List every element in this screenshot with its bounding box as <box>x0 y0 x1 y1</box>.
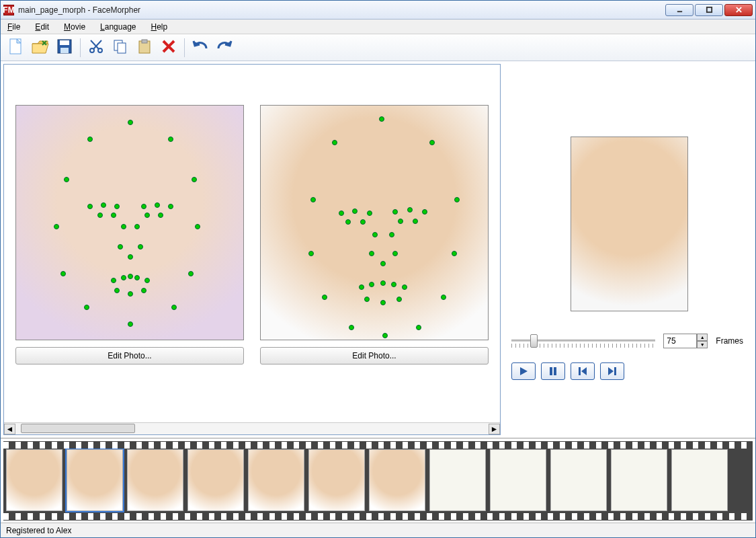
menu-edit[interactable]: Edit <box>32 21 52 33</box>
filmstrip-frame[interactable] <box>308 449 365 511</box>
landmark-marker[interactable] <box>402 284 407 290</box>
landmark-marker[interactable] <box>141 204 146 209</box>
landmark-marker[interactable] <box>60 271 66 276</box>
landmark-marker[interactable] <box>372 232 378 237</box>
landmark-marker[interactable] <box>369 251 374 256</box>
menu-help[interactable]: Help <box>148 21 170 33</box>
frames-decrement[interactable]: ▼ <box>697 341 708 348</box>
save-button[interactable] <box>53 36 76 59</box>
filmstrip-frame[interactable] <box>369 449 425 511</box>
new-button[interactable] <box>5 36 28 59</box>
landmark-marker[interactable] <box>64 177 69 182</box>
landmark-marker[interactable] <box>380 280 386 286</box>
landmark-marker[interactable] <box>369 282 374 287</box>
landmark-marker[interactable] <box>454 197 460 202</box>
landmark-marker[interactable] <box>158 213 163 218</box>
slider-thumb[interactable] <box>530 334 538 348</box>
frames-increment[interactable]: ▲ <box>697 334 708 341</box>
landmark-marker[interactable] <box>310 197 316 202</box>
landmark-marker[interactable] <box>97 213 103 218</box>
landmark-marker[interactable] <box>101 202 106 208</box>
landmark-marker[interactable] <box>192 177 197 182</box>
filmstrip-frame[interactable] <box>127 449 183 511</box>
source-photo-1[interactable] <box>15 105 244 340</box>
filmstrip-frame[interactable] <box>611 449 667 511</box>
play-button[interactable] <box>511 362 536 380</box>
undo-button[interactable] <box>189 36 212 59</box>
landmark-marker[interactable] <box>144 278 150 283</box>
landmark-marker[interactable] <box>392 209 398 215</box>
landmark-marker[interactable] <box>429 140 435 145</box>
landmark-marker[interactable] <box>441 295 446 300</box>
filmstrip-frame[interactable] <box>6 449 62 511</box>
landmark-marker[interactable] <box>391 282 396 287</box>
maximize-button[interactable] <box>695 4 723 16</box>
landmark-marker[interactable] <box>121 275 126 280</box>
landmark-marker[interactable] <box>84 305 89 310</box>
landmark-marker[interactable] <box>54 224 59 229</box>
landmark-marker[interactable] <box>359 284 364 290</box>
landmark-marker[interactable] <box>195 224 200 229</box>
edit-photo-1-button[interactable]: Edit Photo... <box>15 347 244 364</box>
pause-button[interactable] <box>541 362 565 380</box>
landmark-marker[interactable] <box>141 288 146 293</box>
landmark-marker[interactable] <box>339 210 344 216</box>
scroll-track[interactable] <box>15 424 489 434</box>
landmark-marker[interactable] <box>407 207 413 213</box>
landmark-marker[interactable] <box>416 325 421 330</box>
landmark-marker[interactable] <box>332 140 337 145</box>
landmark-marker[interactable] <box>413 219 418 224</box>
landmark-marker[interactable] <box>379 116 384 122</box>
landmark-marker[interactable] <box>389 232 394 237</box>
filmstrip-frame[interactable] <box>429 449 486 511</box>
landmark-marker[interactable] <box>128 291 133 297</box>
filmstrip-frame[interactable] <box>187 449 244 511</box>
landmark-marker[interactable] <box>322 295 327 300</box>
landmark-marker[interactable] <box>380 261 386 266</box>
landmark-marker[interactable] <box>380 300 386 305</box>
landmark-marker[interactable] <box>392 251 398 256</box>
frames-slider[interactable] <box>511 332 655 350</box>
landmark-marker[interactable] <box>422 209 427 215</box>
landmark-marker[interactable] <box>128 120 133 125</box>
cut-button[interactable] <box>85 36 108 59</box>
landmark-marker[interactable] <box>138 244 143 249</box>
paste-button[interactable] <box>133 36 156 59</box>
landmark-marker[interactable] <box>452 251 457 256</box>
landmark-marker[interactable] <box>87 204 93 209</box>
landmark-marker[interactable] <box>188 271 194 276</box>
delete-button[interactable] <box>157 36 180 59</box>
menu-movie[interactable]: Movie <box>61 21 88 33</box>
landmark-marker[interactable] <box>168 137 173 142</box>
landmark-marker[interactable] <box>155 202 160 208</box>
landmark-marker[interactable] <box>171 305 177 310</box>
next-frame-button[interactable] <box>600 362 624 380</box>
open-button[interactable] <box>29 36 52 59</box>
filmstrip-frame[interactable] <box>490 449 546 511</box>
copy-button[interactable] <box>109 36 132 59</box>
landmark-marker[interactable] <box>114 288 120 293</box>
menu-file[interactable]: File <box>5 21 23 33</box>
edit-photo-2-button[interactable]: Edit Photo... <box>260 347 489 364</box>
landmark-marker[interactable] <box>168 204 173 209</box>
landmark-marker[interactable] <box>87 137 93 142</box>
filmstrip-frame[interactable] <box>67 449 123 511</box>
landmark-marker[interactable] <box>128 254 133 260</box>
landmark-marker[interactable] <box>111 213 116 218</box>
menu-language[interactable]: Language <box>97 21 138 33</box>
landmark-marker[interactable] <box>382 333 388 338</box>
frames-input[interactable] <box>663 334 697 348</box>
landmark-marker[interactable] <box>128 321 133 327</box>
landmark-marker[interactable] <box>349 325 354 330</box>
landmark-marker[interactable] <box>364 297 370 302</box>
landmark-marker[interactable] <box>360 219 366 225</box>
previous-frame-button[interactable] <box>571 362 595 380</box>
scroll-thumb[interactable] <box>21 424 135 433</box>
scroll-right-arrow[interactable]: ► <box>489 424 500 434</box>
landmark-marker[interactable] <box>111 278 116 283</box>
landmark-marker[interactable] <box>114 204 120 209</box>
landmark-marker[interactable] <box>398 219 403 224</box>
minimize-button[interactable] <box>665 4 694 16</box>
landmark-marker[interactable] <box>352 208 358 214</box>
filmstrip-frame[interactable] <box>671 449 728 511</box>
